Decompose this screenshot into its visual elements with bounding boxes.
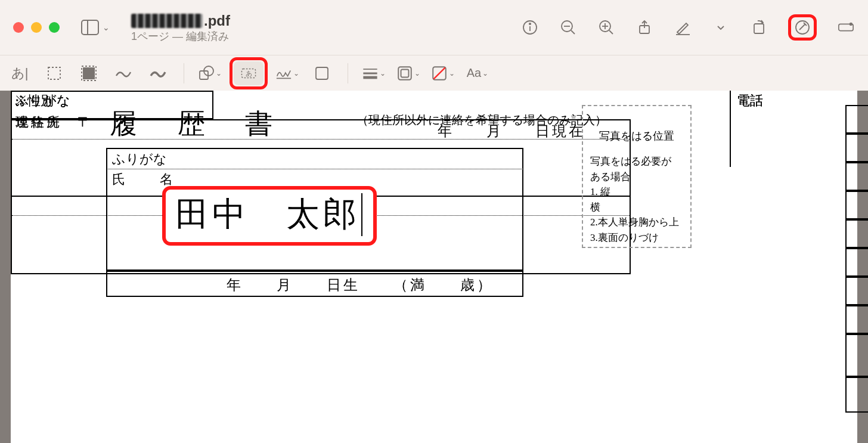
- svg-point-4: [529, 23, 531, 24]
- text-tool-button[interactable]: あ: [234, 61, 264, 85]
- share-icon: [636, 19, 653, 36]
- svg-rect-32: [398, 67, 411, 80]
- highlight-button[interactable]: [674, 18, 692, 36]
- minimize-window-button[interactable]: [31, 22, 42, 33]
- svg-rect-20: [48, 67, 60, 79]
- chevron-down-icon: ⌄: [449, 69, 455, 78]
- svg-line-6: [571, 30, 575, 34]
- next-page-peek: [845, 219, 868, 248]
- photo-instruction-4: 横: [590, 200, 683, 215]
- label-furigana: ふりがな: [16, 92, 70, 110]
- redact-icon: [80, 65, 97, 82]
- separator: [348, 63, 348, 83]
- form-fields-button[interactable]: [837, 18, 855, 36]
- border-lines-icon: [362, 65, 379, 82]
- chevron-down-icon: ⌄: [103, 23, 110, 32]
- rect-selection-tool[interactable]: [39, 61, 69, 85]
- info-button[interactable]: [521, 18, 539, 36]
- contact-note: （現住所以外に連絡を希望する場合のみ記入）: [356, 112, 607, 128]
- document-title-block: .pdf 1ページ — 編集済み: [131, 12, 230, 44]
- furigana-row: ふりがな: [106, 148, 523, 169]
- next-page-peek: [845, 191, 868, 219]
- highlight-pen-icon: [674, 19, 691, 36]
- text-cursor-icon: あ|: [11, 64, 29, 82]
- svg-text:あ: あ: [246, 70, 252, 77]
- label-furigana: ふりがな: [112, 150, 167, 168]
- draw-tool[interactable]: [143, 61, 173, 85]
- photo-instruction-6: 3.裏面のりづけ: [590, 230, 683, 246]
- next-page-peek: [845, 377, 868, 413]
- note-icon: [314, 65, 330, 82]
- highlight-menu-button[interactable]: [712, 18, 730, 36]
- markup-toggle-button[interactable]: [793, 18, 811, 36]
- svg-rect-33: [401, 69, 409, 77]
- photo-instruction-5: 2.本人単身胸から上: [590, 215, 683, 230]
- redact-tool[interactable]: [74, 61, 104, 85]
- border-color-menu[interactable]: ⌄: [393, 61, 423, 85]
- sketch-tool[interactable]: [108, 61, 138, 85]
- zoom-in-button[interactable]: [597, 18, 615, 36]
- pdf-page-1[interactable]: 履 歴 書 年 月 日現在 写真をはる位置 写真をはる必要が ある場合 1. 縦…: [11, 91, 857, 443]
- filename-extension: .pdf: [204, 12, 230, 30]
- photo-instruction-3: 1. 縦: [590, 184, 683, 200]
- textbox-icon: あ: [240, 65, 257, 82]
- label-contact: 連絡先 〒: [16, 113, 93, 131]
- chevron-down-icon: ⌄: [380, 69, 386, 78]
- svg-rect-0: [82, 20, 98, 35]
- next-page-peek: [845, 248, 868, 277]
- rotate-button[interactable]: [750, 18, 768, 36]
- svg-rect-28: [316, 67, 328, 79]
- toolbar-actions: [521, 14, 855, 41]
- border-style-menu[interactable]: ⌄: [359, 61, 389, 85]
- contact-tel-cell: 電話: [730, 91, 857, 167]
- filename-redacted: [131, 14, 203, 28]
- sign-tool[interactable]: ⌄: [272, 61, 302, 85]
- chevron-down-icon: [715, 22, 726, 33]
- close-window-button[interactable]: [13, 22, 24, 33]
- photo-instruction-1: 写真をはる必要が: [590, 154, 683, 169]
- sidebar-toggle-button[interactable]: ⌄: [81, 20, 110, 35]
- draw-icon: [150, 65, 166, 82]
- markup-toggle-highlight: [788, 14, 817, 41]
- document-canvas[interactable]: 履 歴 書 年 月 日現在 写真をはる位置 写真をはる必要が ある場合 1. 縦…: [0, 91, 868, 443]
- chevron-down-icon: ⌄: [482, 69, 488, 78]
- birth-row: 年 月 日生 （満 歳）: [106, 271, 523, 297]
- shapes-icon: [198, 65, 215, 82]
- sidebar-icon: [81, 20, 99, 35]
- svg-line-35: [433, 67, 445, 79]
- name-textbox[interactable]: 田中 太郎: [175, 192, 360, 237]
- next-page-peek: [845, 105, 868, 134]
- info-icon: [522, 19, 538, 36]
- zoom-out-icon: [560, 19, 576, 36]
- share-button[interactable]: [636, 18, 653, 36]
- fill-color-menu[interactable]: ⌄: [428, 61, 458, 85]
- next-page-peek: [845, 305, 868, 334]
- next-page-peek: [845, 134, 868, 162]
- text-tool-highlight: あ: [230, 57, 268, 89]
- marquee-icon: [46, 65, 63, 82]
- signature-icon: [275, 65, 292, 82]
- svg-line-9: [609, 30, 613, 34]
- text-selection-tool[interactable]: あ|: [5, 61, 35, 85]
- zoom-out-button[interactable]: [559, 18, 577, 36]
- border-color-icon: [396, 65, 413, 82]
- window-titlebar: ⌄ .pdf 1ページ — 編集済み: [0, 0, 868, 55]
- resume-title: 履 歴 書: [110, 106, 289, 142]
- note-tool[interactable]: [307, 61, 337, 85]
- shapes-tool[interactable]: ⌄: [195, 61, 225, 85]
- svg-rect-21: [83, 67, 95, 79]
- fullscreen-window-button[interactable]: [49, 22, 60, 33]
- label-tel: 電話: [737, 92, 763, 110]
- next-page-peek: [845, 277, 868, 305]
- rotate-icon: [751, 19, 767, 36]
- separator: [184, 63, 184, 83]
- no-fill-icon: [431, 65, 448, 82]
- label-birth: 年 月 日生 （満 歳）: [227, 275, 494, 295]
- sketch-icon: [115, 65, 132, 82]
- font-style-menu[interactable]: Aa ⌄: [463, 61, 492, 85]
- next-page-peek: [845, 162, 868, 191]
- font-style-label: Aa: [467, 66, 481, 80]
- form-field-icon: [838, 19, 854, 36]
- next-page-peek: [845, 334, 868, 377]
- chevron-down-icon: ⌄: [293, 69, 299, 78]
